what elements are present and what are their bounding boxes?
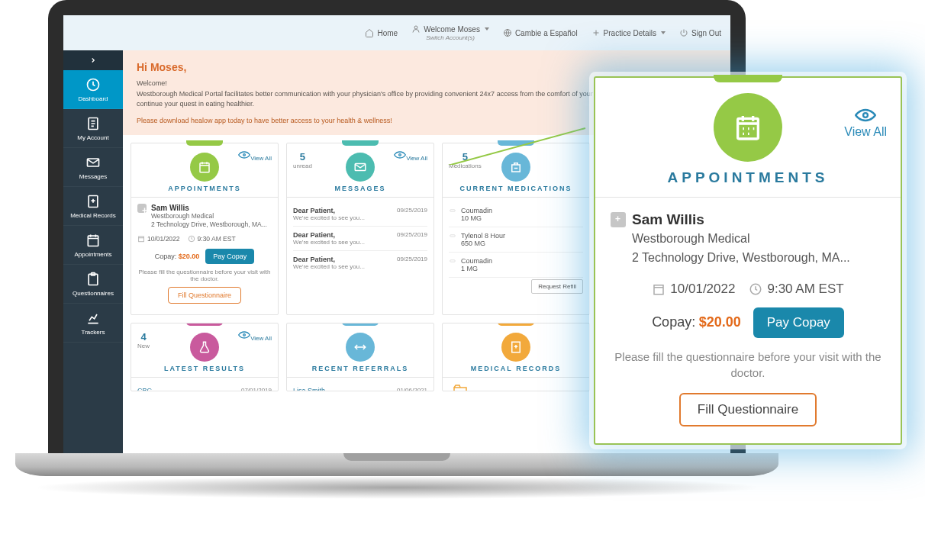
message-row[interactable]: Dear Patient,We're excited to see you...…: [293, 227, 427, 251]
records-icon: [501, 333, 530, 362]
messages-count: 5: [293, 151, 312, 163]
globe-icon: [503, 28, 512, 37]
nav-language[interactable]: Cambie a Español: [503, 28, 578, 37]
fill-questionnaire-button[interactable]: Fill Questionnaire: [168, 287, 241, 304]
top-header: Home Welcome Moses Switch Account(s) Cam…: [63, 15, 730, 50]
med-dose: 10 MG: [461, 214, 492, 222]
pay-copay-button[interactable]: Pay Copay: [753, 307, 844, 338]
calendar-icon: [190, 153, 219, 182]
appt-practice: Westborough Medical: [151, 212, 267, 220]
appt-date: 10/01/2022: [147, 235, 180, 243]
viewall-link[interactable]: View All: [844, 108, 887, 139]
clock-icon: [188, 235, 195, 243]
message-row[interactable]: Dear Patient,We're excited to see you...…: [293, 202, 427, 227]
referral-row[interactable]: Lisa SmithHeadache | qui01/06/2021: [293, 382, 427, 391]
card-appointments: View All APPOINTMENTS Sam Willis Westbor…: [131, 143, 279, 315]
nav-signout[interactable]: Sign Out: [679, 28, 721, 37]
sidebar-item-messages[interactable]: Messages: [63, 148, 123, 187]
viewall-link[interactable]: View All: [394, 151, 427, 162]
viewall-label: View All: [844, 125, 887, 139]
nav-home[interactable]: Home: [365, 28, 398, 37]
nav-home-label: Home: [377, 29, 398, 37]
msg-title: Dear Patient,: [293, 207, 397, 214]
card-title: RECENT REFERRALS: [293, 365, 427, 372]
chart-icon: [85, 311, 101, 326]
card-tab: [186, 140, 223, 146]
eye-icon: [394, 151, 406, 159]
medication-row: Coumadin10 MG: [449, 202, 583, 227]
svg-rect-18: [450, 260, 456, 262]
request-refill-button[interactable]: Request Refill: [531, 279, 583, 294]
card-referrals: RECENT REFERRALS Lisa SmithHeadache | qu…: [286, 323, 434, 391]
nav-practice-label: Practice Details: [604, 29, 656, 37]
results-count-label: New: [137, 343, 150, 349]
document-icon: [85, 116, 101, 131]
sidebar-item-questionnaires[interactable]: Questionnaires: [63, 265, 123, 304]
pill-icon: [449, 257, 456, 265]
svg-point-10: [243, 154, 246, 156]
mail-icon: [85, 155, 101, 170]
copay-label: Copay:: [652, 314, 695, 330]
sidebar-collapse[interactable]: [63, 50, 123, 70]
result-date: 07/01/2019: [241, 387, 272, 391]
med-name: Coumadin: [461, 207, 492, 214]
nav-welcome[interactable]: Welcome Moses Switch Account(s): [411, 24, 489, 41]
svg-point-25: [863, 113, 868, 117]
copay-label: Copay:: [155, 253, 177, 260]
chevron-down-icon: [661, 31, 666, 34]
sidebar-label: Appointments: [65, 251, 121, 258]
card-title: APPOINTMENTS: [608, 169, 888, 186]
card-title: APPOINTMENTS: [137, 185, 272, 192]
sidebar-item-account[interactable]: My Account: [63, 109, 123, 148]
card-title: MESSAGES: [293, 185, 427, 192]
pill-icon: [449, 232, 456, 240]
pill-icon: [449, 207, 456, 214]
appt-time: 9:30 AM EST: [198, 235, 236, 243]
result-row[interactable]: CBCAbnormal07/01/2019: [137, 382, 272, 391]
card-title: MEDICAL RECORDS: [449, 365, 583, 372]
copay-amount: $20.00: [699, 314, 741, 330]
med-name: Coumadin: [461, 257, 492, 265]
result-name: CBC: [137, 387, 241, 391]
zoom-appointments-panel: View All APPOINTMENTS Sam Willis Westbor…: [594, 76, 902, 445]
sidebar-label: Questionnaires: [65, 290, 121, 297]
sidebar-label: Messages: [65, 173, 121, 180]
sidebar-item-trackers[interactable]: Trackers: [63, 304, 123, 343]
svg-rect-16: [450, 210, 456, 212]
sidebar-label: Medical Records: [65, 212, 121, 219]
msg-title: Dear Patient,: [293, 231, 397, 239]
power-icon: [679, 28, 688, 37]
results-count: 4: [137, 331, 150, 343]
nav-practice[interactable]: Practice Details: [591, 28, 666, 37]
eye-icon: [855, 108, 876, 122]
msg-date: 09/25/2019: [397, 231, 427, 246]
card-medications: 5Medications CURRENT MEDICATIONS Coumadi…: [442, 143, 590, 315]
appt-time: 9:30 AM EST: [767, 282, 843, 297]
calendar-icon: [85, 233, 101, 248]
sidebar-item-medical-records[interactable]: Medical Records: [63, 187, 123, 226]
dashboard-icon: [85, 77, 101, 92]
referral-name: Lisa Smith: [293, 387, 397, 391]
plus-icon: [591, 28, 601, 37]
card-title: CURRENT MEDICATIONS: [449, 185, 583, 192]
pay-copay-button[interactable]: Pay Copay: [205, 249, 254, 264]
sidebar-item-dashboard[interactable]: Dashboard: [63, 70, 123, 109]
viewall-link[interactable]: View All: [238, 331, 272, 342]
calendar-icon: [137, 235, 145, 243]
card-tab: [342, 323, 379, 326]
fill-questionnaire-button[interactable]: Fill Questionnaire: [679, 393, 817, 426]
svg-point-0: [414, 26, 417, 29]
viewall-link[interactable]: View All: [238, 151, 272, 162]
messages-count-label: unread: [293, 163, 312, 169]
svg-rect-17: [450, 235, 456, 237]
svg-point-19: [243, 334, 246, 336]
appt-provider-name: Sam Willis: [151, 204, 267, 212]
sidebar-label: My Account: [65, 134, 121, 141]
card-results: 4New View All LATEST RESULTS CBCAbnormal…: [131, 323, 279, 391]
message-row[interactable]: Dear Patient,We're excited to see you...…: [293, 251, 427, 275]
med-count-label: Medications: [449, 163, 482, 169]
sidebar-item-appointments[interactable]: Appointments: [63, 226, 123, 265]
medication-row: Tylenol 8 Hour650 MG: [449, 227, 583, 253]
med-dose: 650 MG: [461, 240, 505, 247]
viewall-label: View All: [406, 155, 427, 162]
